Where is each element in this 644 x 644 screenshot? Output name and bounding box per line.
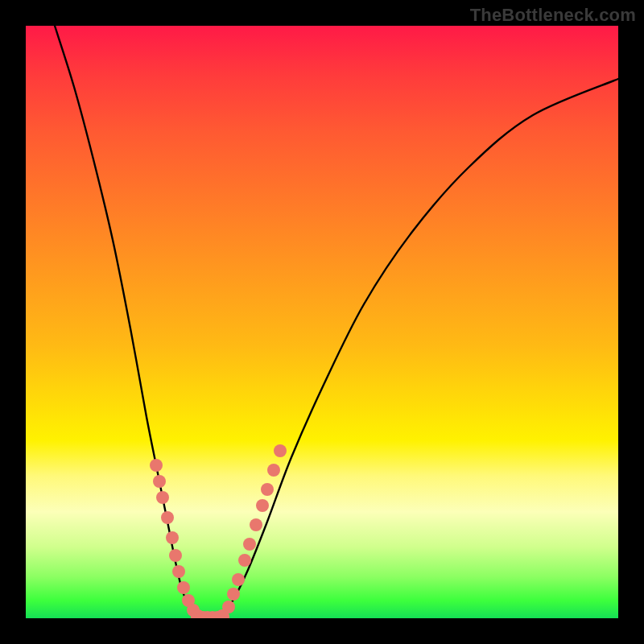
marker-right-7 bbox=[261, 483, 274, 496]
marker-right-5 bbox=[250, 518, 262, 531]
marker-right-6 bbox=[256, 499, 269, 512]
marker-right-8 bbox=[267, 464, 280, 477]
marker-right-2 bbox=[232, 573, 245, 586]
marker-left-2 bbox=[156, 491, 169, 504]
watermark-text: TheBottleneck.com bbox=[470, 5, 636, 26]
marker-left-5 bbox=[169, 549, 182, 562]
series-right-branch bbox=[219, 79, 618, 618]
marker-right-9 bbox=[274, 444, 287, 457]
curve-layer bbox=[55, 26, 618, 618]
marker-right-4 bbox=[243, 538, 256, 551]
chart-frame: TheBottleneck.com bbox=[0, 0, 644, 644]
marker-left-3 bbox=[161, 511, 174, 524]
marker-right-1 bbox=[227, 588, 240, 601]
marker-left-0 bbox=[150, 459, 163, 472]
marker-left-7 bbox=[177, 581, 190, 594]
marker-left-1 bbox=[153, 475, 166, 488]
marker-left-4 bbox=[166, 531, 179, 544]
chart-svg bbox=[26, 26, 618, 618]
series-left-branch bbox=[55, 26, 201, 618]
marker-left-6 bbox=[172, 565, 185, 578]
marker-right-3 bbox=[238, 554, 251, 567]
plot-area bbox=[26, 26, 618, 618]
